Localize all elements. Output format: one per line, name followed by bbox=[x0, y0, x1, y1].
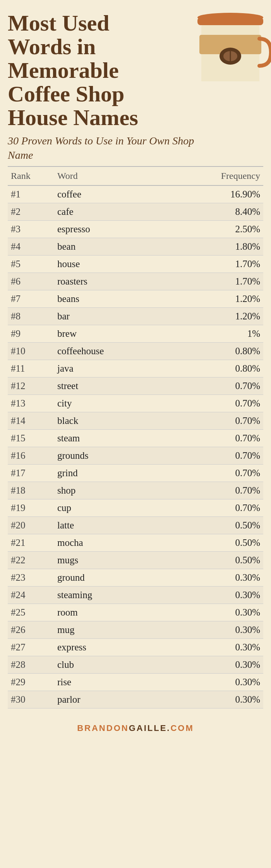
cell-word: bean bbox=[54, 238, 201, 256]
table-row: #20latte0.50% bbox=[8, 517, 263, 534]
cell-rank: #12 bbox=[8, 377, 54, 395]
cell-rank: #24 bbox=[8, 587, 54, 604]
cell-rank: #3 bbox=[8, 221, 54, 238]
cell-rank: #13 bbox=[8, 395, 54, 412]
cell-word: club bbox=[54, 656, 201, 674]
table-header-row: Rank Word Frequency bbox=[8, 166, 263, 185]
cell-word: brew bbox=[54, 325, 201, 343]
cell-frequency: 0.70% bbox=[201, 377, 263, 395]
table-row: #16grounds0.70% bbox=[8, 447, 263, 465]
cell-rank: #7 bbox=[8, 290, 54, 308]
cell-rank: #22 bbox=[8, 552, 54, 569]
table-row: #14black0.70% bbox=[8, 412, 263, 430]
cell-word: latte bbox=[54, 517, 201, 534]
table-row: #7beans1.20% bbox=[8, 290, 263, 308]
cell-frequency: 0.30% bbox=[201, 587, 263, 604]
cell-rank: #25 bbox=[8, 604, 54, 621]
cell-word: java bbox=[54, 360, 201, 377]
cell-word: ground bbox=[54, 569, 201, 587]
table-row: #1coffee16.90% bbox=[8, 185, 263, 203]
cell-rank: #23 bbox=[8, 569, 54, 587]
cell-word: coffee bbox=[54, 185, 201, 203]
table-row: #24steaming0.30% bbox=[8, 587, 263, 604]
cell-frequency: 0.70% bbox=[201, 447, 263, 465]
cell-rank: #19 bbox=[8, 499, 54, 517]
col-header-word: Word bbox=[54, 166, 201, 185]
cell-frequency: 2.50% bbox=[201, 221, 263, 238]
cell-frequency: 0.30% bbox=[201, 569, 263, 587]
table-row: #26mug0.30% bbox=[8, 621, 263, 639]
subtitle: 30 Proven Words to Use in Your Own Shop … bbox=[8, 134, 209, 162]
cell-word: grounds bbox=[54, 447, 201, 465]
table-row: #29rise0.30% bbox=[8, 674, 263, 691]
table-row: #21mocha0.50% bbox=[8, 534, 263, 552]
cell-frequency: 0.50% bbox=[201, 534, 263, 552]
cell-rank: #18 bbox=[8, 482, 54, 499]
cell-word: roasters bbox=[54, 273, 201, 290]
cell-word: steaming bbox=[54, 587, 201, 604]
cell-frequency: 0.80% bbox=[201, 360, 263, 377]
cell-frequency: 0.70% bbox=[201, 430, 263, 447]
cell-frequency: 0.70% bbox=[201, 482, 263, 499]
table-row: #5house1.70% bbox=[8, 256, 263, 273]
cell-frequency: 0.70% bbox=[201, 412, 263, 430]
cell-rank: #16 bbox=[8, 447, 54, 465]
cell-word: beans bbox=[54, 290, 201, 308]
cell-frequency: 1.80% bbox=[201, 238, 263, 256]
table-row: #6roasters1.70% bbox=[8, 273, 263, 290]
cell-rank: #5 bbox=[8, 256, 54, 273]
table-row: #8bar1.20% bbox=[8, 308, 263, 325]
cell-word: parlor bbox=[54, 691, 201, 708]
cell-word: room bbox=[54, 604, 201, 621]
cell-rank: #20 bbox=[8, 517, 54, 534]
table-row: #25room0.30% bbox=[8, 604, 263, 621]
table-row: #18shop0.70% bbox=[8, 482, 263, 499]
table-row: #23ground0.30% bbox=[8, 569, 263, 587]
table-row: #9brew1% bbox=[8, 325, 263, 343]
cell-word: cafe bbox=[54, 203, 201, 221]
table-row: #19cup0.70% bbox=[8, 499, 263, 517]
cell-word: grind bbox=[54, 465, 201, 482]
table-row: #30parlor0.30% bbox=[8, 691, 263, 708]
cell-rank: #8 bbox=[8, 308, 54, 325]
cell-rank: #10 bbox=[8, 343, 54, 360]
main-title: Most Used Words in Memorable Coffee Shop… bbox=[8, 8, 174, 129]
table-row: #11java0.80% bbox=[8, 360, 263, 377]
cell-frequency: 8.40% bbox=[201, 203, 263, 221]
cell-rank: #30 bbox=[8, 691, 54, 708]
cell-frequency: 0.30% bbox=[201, 639, 263, 656]
cell-rank: #26 bbox=[8, 621, 54, 639]
col-header-rank: Rank bbox=[8, 166, 54, 185]
cell-frequency: 1.20% bbox=[201, 290, 263, 308]
cell-frequency: 1.20% bbox=[201, 308, 263, 325]
cell-word: coffeehouse bbox=[54, 343, 201, 360]
cell-rank: #15 bbox=[8, 430, 54, 447]
cell-word: express bbox=[54, 639, 201, 656]
cell-frequency: 0.50% bbox=[201, 517, 263, 534]
cell-frequency: 0.70% bbox=[201, 395, 263, 412]
cell-word: city bbox=[54, 395, 201, 412]
table-row: #27express0.30% bbox=[8, 639, 263, 656]
cell-word: mug bbox=[54, 621, 201, 639]
data-table: Rank Word Frequency #1coffee16.90%#2cafe… bbox=[8, 166, 263, 708]
table-row: #2cafe8.40% bbox=[8, 203, 263, 221]
footer-brandon: BRANDON bbox=[77, 723, 129, 733]
table-row: #10coffeehouse0.80% bbox=[8, 343, 263, 360]
cell-rank: #28 bbox=[8, 656, 54, 674]
table-row: #15steam0.70% bbox=[8, 430, 263, 447]
cell-frequency: 16.90% bbox=[201, 185, 263, 203]
cell-frequency: 0.30% bbox=[201, 621, 263, 639]
cell-frequency: 0.30% bbox=[201, 656, 263, 674]
cell-rank: #9 bbox=[8, 325, 54, 343]
table-row: #4bean1.80% bbox=[8, 238, 263, 256]
footer-com: COM bbox=[170, 723, 194, 733]
cell-word: mocha bbox=[54, 534, 201, 552]
cell-frequency: 1% bbox=[201, 325, 263, 343]
footer: BRANDONGAILLE.COM bbox=[0, 716, 271, 740]
cell-rank: #27 bbox=[8, 639, 54, 656]
cell-frequency: 0.30% bbox=[201, 674, 263, 691]
cell-rank: #17 bbox=[8, 465, 54, 482]
table-row: #13city0.70% bbox=[8, 395, 263, 412]
cell-rank: #6 bbox=[8, 273, 54, 290]
cell-word: shop bbox=[54, 482, 201, 499]
